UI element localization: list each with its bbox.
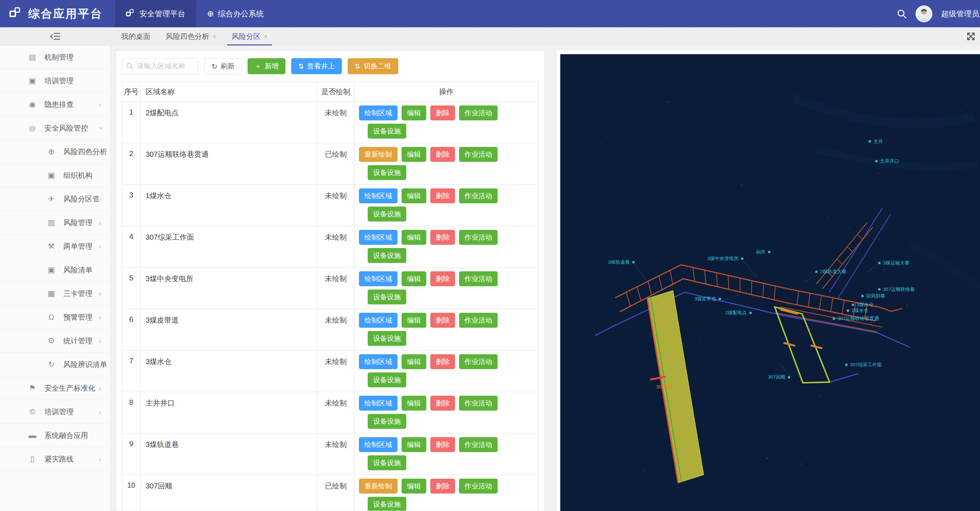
work-activity-button[interactable]: 作业活动 [459,479,498,494]
sidebar-item-safety-risk-control[interactable]: ◎安全风险管控› [0,116,110,140]
equipment-button[interactable]: 设备设施 [368,331,406,346]
sidebar-item-risk-four-color-analysis[interactable]: ⊕风险四色分析 [0,140,110,163]
search-icon[interactable] [897,9,907,19]
work-activity-button[interactable]: 作业活动 [459,437,498,452]
delete-button[interactable]: 删除 [430,230,455,245]
tab-risk-four-color-analysis[interactable]: 风险四色分析× [160,27,222,46]
edit-button[interactable]: 编辑 [401,189,426,203]
tab-risk-zone[interactable]: 风险分区× [226,27,274,46]
sidebar-item-hazard-inspection[interactable]: ◉隐患排查‹ [0,93,110,116]
edit-button[interactable]: 编辑 [401,147,426,162]
work-activity-button[interactable]: 作业活动 [459,354,498,369]
fullscreen-expand-icon[interactable] [966,32,976,41]
refresh-button[interactable]: ↻ 刷新 [204,58,242,74]
edit-button[interactable]: 编辑 [401,354,426,369]
edit-button[interactable]: 编辑 [401,437,426,452]
equipment-button[interactable]: 设备设施 [368,165,406,180]
delete-button[interactable]: 删除 [430,396,455,411]
sidebar-item-statistics-management[interactable]: ⚙统计管理› [0,329,110,353]
switch-2d-button[interactable]: ⇅ 切换二维 [348,58,398,74]
edit-button[interactable]: 编辑 [401,479,426,494]
sidebar-item-risk-identification-list[interactable]: ↻风险辨识清单 [0,353,110,376]
nav-tab-office-system[interactable]: ⊕ 综合办公系统 [196,0,275,27]
map-label: 307综采工作面 [850,362,882,367]
draw-area-button[interactable]: 绘制区域 [359,271,398,286]
close-tab-icon[interactable]: × [213,33,216,40]
sidebar-item-risk-management[interactable]: ▥风险管理› [0,211,110,235]
equipment-button[interactable]: 设备设施 [368,289,406,305]
sidebar-item-mechanism-management[interactable]: ▤机制管理 [0,46,110,69]
username-label[interactable]: 超级管理员 [941,9,979,19]
delete-button[interactable]: 删除 [430,147,455,162]
sidebar-item-training-management-2[interactable]: ©培训管理‹ [0,400,110,424]
sidebar-item-label: 避灾路线 [45,454,73,464]
sidebar-item-system-fusion-application[interactable]: ▬系统融合应用 [0,424,110,448]
delete-button[interactable]: 删除 [430,271,455,286]
delete-button[interactable]: 删除 [430,354,455,369]
draw-area-button[interactable]: 绘制区域 [359,396,398,411]
sidebar-item-three-card-management[interactable]: ▦三卡管理› [0,282,110,306]
add-button[interactable]: ＋ 新增 [248,58,285,74]
sidebar-collapse-icon[interactable] [50,32,61,41]
mine-3d-map[interactable]: 307回顺主井主井井口副井3煤中央变电所3煤轨道巷3煤皮带道2煤配电点2煤轨道大… [560,54,980,511]
work-activity-button[interactable]: 作业活动 [459,105,498,121]
draw-area-button[interactable]: 绘制区域 [359,313,398,328]
draw-area-button[interactable]: 绘制区域 [359,189,398,203]
edit-button[interactable]: 编辑 [401,230,426,245]
edit-button[interactable]: 编辑 [401,396,426,411]
search-input-icon [126,62,134,70]
draw-area-button[interactable]: 绘制区域 [359,105,398,121]
area-name: 1煤水仓 [140,185,317,226]
work-activity-button[interactable]: 作业活动 [459,313,498,328]
nav-tab-security-platform[interactable]: 安全管理平台 [115,0,196,27]
chevron-left-icon: ‹ [99,384,101,392]
row-index: 3 [123,185,140,226]
user-avatar[interactable] [916,5,932,22]
equipment-button[interactable]: 设备设施 [368,497,406,511]
equipment-button[interactable]: 设备设施 [368,414,406,429]
work-activity-button[interactable]: 作业活动 [459,396,498,411]
work-activity-button[interactable]: 作业活动 [459,271,498,286]
work-activity-button[interactable]: 作业活动 [459,230,498,245]
work-activity-button[interactable]: 作业活动 [459,147,498,162]
work-activity-button[interactable]: 作业活动 [459,189,498,203]
edit-button[interactable]: 编辑 [401,313,426,328]
redraw-button[interactable]: 重新绘制 [359,479,398,494]
sidebar-item-risk-list[interactable]: ▣风险清单 [0,258,110,282]
equipment-button[interactable]: 设备设施 [368,206,406,222]
delete-button[interactable]: 删除 [430,105,455,121]
sidebar-item-safety-production-standardization[interactable]: ⚑安全生产标准化‹ [0,376,110,400]
draw-area-button[interactable]: 绘制区域 [359,437,398,452]
close-tab-icon[interactable]: × [264,33,267,40]
delete-button[interactable]: 删除 [430,479,455,494]
area-name: 主井井口 [140,392,317,433]
equipment-button[interactable]: 设备设施 [368,373,406,387]
sidebar-item-training-management[interactable]: ▣培训管理 [0,69,110,93]
view-surface-button[interactable]: ⇅ 查看井上 [291,58,342,74]
equipment-button[interactable]: 设备设施 [368,248,406,263]
sidebar-item-risk-zone-management[interactable]: ✈风险分区管理› [0,187,110,211]
draw-area-button[interactable]: 绘制区域 [359,354,398,369]
equipment-button[interactable]: 设备设施 [368,455,406,470]
map-label: 2煤配电点 [725,310,747,315]
delete-button[interactable]: 删除 [430,437,455,452]
sidebar-item-warning-management[interactable]: Ω预警管理› [0,306,110,329]
sidebar-item-disaster-avoidance-route[interactable]: ▯避灾路线‹ [0,448,110,471]
draw-area-button[interactable]: 绘制区域 [359,230,398,245]
delete-button[interactable]: 删除 [430,189,455,203]
card-icon: ▦ [46,289,56,298]
sidebar-item-organization[interactable]: ▣组织机构 [0,163,110,187]
edit-button[interactable]: 编辑 [401,271,426,286]
chevron-right-icon: › [99,313,101,322]
sidebar-item-two-list-management[interactable]: ⚒两单管理› [0,235,110,258]
edit-button[interactable]: 编辑 [401,105,426,121]
area-name: 3煤皮带道 [140,309,317,351]
map-icon: ▥ [46,218,56,227]
row-actions: 绘制区域编辑删除作业活动设备设施 [355,226,538,268]
tab-my-desktop[interactable]: 我的桌面 [115,27,156,46]
cube-icon: ▣ [28,76,37,85]
map-label: 3煤中央变电所 [707,256,739,261]
redraw-button[interactable]: 重新绘制 [359,147,398,162]
delete-button[interactable]: 删除 [430,313,455,328]
equipment-button[interactable]: 设备设施 [368,124,406,138]
